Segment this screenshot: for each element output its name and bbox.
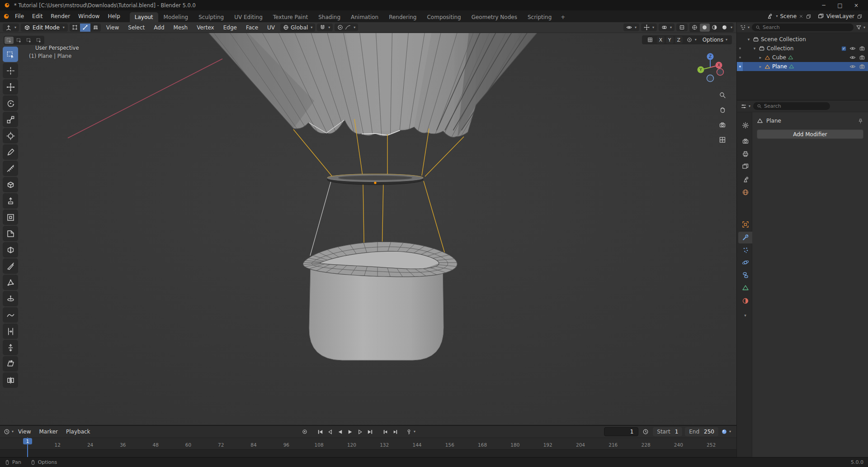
tool-cursor[interactable] (3, 63, 18, 78)
viewport-menu-view[interactable]: View (103, 24, 123, 32)
toggle-ortho-button[interactable] (717, 134, 728, 146)
prop-tab-render[interactable] (738, 135, 752, 147)
viewport-menu-uv[interactable]: UV (264, 24, 278, 32)
shading-solid[interactable] (700, 24, 710, 32)
key-prev-button[interactable] (326, 427, 335, 436)
tool-bevel[interactable] (3, 226, 18, 241)
snap-falloff-button[interactable]: ▾ (684, 36, 699, 43)
playhead-frame-chip[interactable]: 1 (23, 438, 32, 444)
menu-window[interactable]: Window (74, 12, 104, 21)
preview-range-toggle[interactable] (641, 427, 650, 436)
timeline-ruler[interactable]: 1224364860728496108120132144156168180192… (0, 438, 736, 449)
timeline-menu-playback[interactable]: Playback (62, 428, 94, 436)
prop-tab-data[interactable] (738, 282, 752, 294)
timeline-menu-view[interactable]: View (14, 428, 34, 436)
expander-icon[interactable]: ▾ (752, 46, 757, 51)
tool-rip-region[interactable] (3, 372, 18, 388)
jump-end-button[interactable] (365, 427, 374, 436)
timeline-track[interactable] (0, 449, 736, 457)
tool-add-cube[interactable] (3, 177, 18, 192)
select-mode-face[interactable] (90, 24, 101, 32)
properties-editor-type-button[interactable]: ▾ (741, 103, 750, 110)
workspace-tab-compositing[interactable]: Compositing (422, 12, 466, 22)
mode-selector[interactable]: Edit Mode▾ (21, 24, 68, 32)
frame-prev-button[interactable] (381, 427, 390, 436)
workspace-tab-uv-editing[interactable]: UV Editing (229, 12, 268, 22)
viewport-menu-add[interactable]: Add (150, 24, 168, 32)
shading-wireframe[interactable] (690, 24, 700, 32)
outliner-filter-button[interactable]: ▾ (856, 24, 865, 30)
prop-tab-scene[interactable] (738, 174, 752, 186)
mirror-button[interactable] (645, 36, 656, 43)
select-box-mode-subtract[interactable] (24, 37, 33, 44)
shading-rendered[interactable] (720, 24, 730, 32)
zoom-button[interactable] (717, 89, 728, 101)
mirror-axis-x[interactable]: X (657, 36, 665, 43)
menu-render[interactable]: Render (47, 12, 74, 21)
viewlayer-selector[interactable]: ViewLayer (818, 13, 863, 19)
end-frame-field[interactable]: End250 (685, 427, 718, 436)
timeline-menu-marker[interactable]: Marker (36, 428, 61, 436)
workspace-tab-sculpting[interactable]: Sculpting (193, 12, 229, 22)
prop-tabs-more[interactable]: ▾ (738, 311, 752, 319)
selected-vertex[interactable] (374, 181, 376, 184)
viewport-menu-vertex[interactable]: Vertex (193, 24, 218, 32)
select-box-mode-intersect[interactable] (34, 37, 43, 44)
select-mode-edge[interactable] (80, 24, 90, 32)
workspace-tab-shading[interactable]: Shading (313, 12, 345, 22)
workspace-tab-rendering[interactable]: Rendering (384, 12, 421, 22)
select-mode-vertex[interactable] (70, 24, 80, 32)
playback-sync-button[interactable]: ▾ (721, 427, 731, 436)
prop-tab-object[interactable] (738, 219, 752, 230)
prop-tab-output[interactable] (738, 148, 752, 160)
expander-icon[interactable]: ▸ (758, 64, 763, 69)
blender-logo-icon[interactable] (4, 2, 10, 9)
prop-tab-tool[interactable] (738, 119, 752, 131)
maximize-button[interactable]: □ (832, 0, 848, 10)
outliner-row-collection[interactable]: ▾Collection✓ (737, 44, 868, 53)
close-button[interactable]: × (848, 0, 864, 10)
workspace-tab-geometry-nodes[interactable]: Geometry Nodes (467, 12, 522, 22)
menu-edit[interactable]: Edit (28, 12, 47, 21)
pan-button[interactable] (717, 104, 728, 116)
camera-toggle[interactable] (859, 45, 865, 52)
minimize-button[interactable]: ─ (816, 0, 832, 10)
tool-shear[interactable] (3, 356, 18, 372)
select-box-mode-new[interactable] (5, 37, 14, 44)
tool-edge-slide[interactable] (3, 324, 18, 339)
expander-icon[interactable]: ▾ (746, 37, 751, 42)
key-next-button[interactable] (355, 427, 364, 436)
timeline-editor-type-button[interactable]: ▾ (4, 429, 14, 435)
tool-spin[interactable] (3, 291, 18, 306)
visibility-dropdown[interactable]: ▾ (623, 24, 639, 31)
keying-popover[interactable]: ▾ (406, 427, 415, 436)
prop-tab-constraints[interactable] (738, 269, 752, 281)
auto-keying-toggle[interactable] (300, 427, 309, 436)
prop-tab-modifiers[interactable] (738, 232, 752, 243)
3d-viewport[interactable]: User Perspective (1) Plane | Plane XYZ▾O… (0, 33, 736, 425)
basket-body[interactable] (309, 262, 443, 360)
camera-view-button[interactable] (717, 119, 728, 131)
shading-material[interactable] (710, 24, 720, 32)
workspace-tab-animation[interactable]: Animation (346, 12, 383, 22)
tool-loop-cut[interactable] (3, 242, 18, 257)
playhead[interactable]: 1 (27, 438, 28, 457)
tool-select-box[interactable] (3, 47, 18, 62)
tool-extrude-region[interactable] (3, 193, 18, 209)
tool-transform[interactable] (3, 128, 18, 143)
tool-inset-faces[interactable] (3, 210, 18, 225)
eye-toggle[interactable] (849, 54, 856, 61)
frame-next-button[interactable] (391, 427, 400, 436)
menu-help[interactable]: Help (104, 12, 124, 21)
xray-toggle[interactable] (676, 24, 688, 31)
viewport-menu-edge[interactable]: Edge (220, 24, 241, 32)
viewport-menu-mesh[interactable]: Mesh (170, 24, 192, 32)
outliner-search[interactable]: Search (752, 24, 854, 31)
jump-start-button[interactable] (316, 427, 325, 436)
eye-toggle[interactable] (849, 45, 856, 52)
options-dropdown[interactable]: Options▾ (701, 37, 729, 43)
select-box-mode-extend[interactable] (14, 37, 24, 44)
workspace-tab-layout[interactable]: Layout (130, 12, 158, 22)
eye-toggle[interactable] (849, 63, 856, 70)
start-frame-field[interactable]: Start1 (653, 427, 682, 436)
